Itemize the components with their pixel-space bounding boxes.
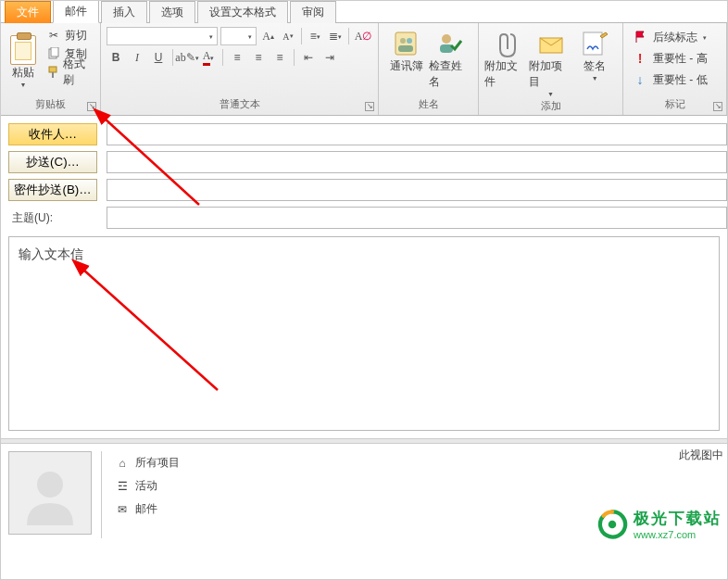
high-importance-label: 重要性 - 高	[653, 51, 708, 67]
activity-tab[interactable]: ☲ 活动	[111, 476, 183, 496]
tab-mail[interactable]: 邮件	[53, 0, 99, 23]
high-importance-icon: !	[633, 51, 647, 66]
align-center-button[interactable]: ≡	[249, 48, 268, 67]
font-color-button[interactable]: A▾	[199, 48, 218, 67]
tab-insert[interactable]: 插入	[101, 1, 147, 23]
to-button[interactable]: 收件人…	[8, 123, 97, 145]
svg-rect-7	[398, 45, 413, 52]
signature-label: 签名	[584, 58, 606, 74]
check-names-button[interactable]: 检查姓名	[429, 27, 473, 95]
group-names: 通讯簿 检查姓名 姓名	[379, 23, 479, 115]
people-pane: ⌂ 所有项目 ☲ 活动 ✉ 邮件 此视图中 极光下载站 www.xz7.com	[1, 444, 727, 546]
chevron-down-icon: ▼	[19, 82, 26, 88]
group-attach: 附加文件 附加项目 ▼ 签名 ▼ 添加	[479, 23, 623, 115]
check-names-icon	[435, 29, 465, 58]
chevron-down-icon: ▼	[592, 75, 598, 82]
chevron-down-icon: ▾	[248, 33, 252, 41]
dialog-launcher-icon[interactable]: ↘	[365, 102, 374, 111]
tab-options[interactable]: 选项	[149, 1, 195, 23]
dialog-launcher-icon[interactable]: ↘	[87, 102, 96, 111]
group-tags-label: 标记↘	[629, 95, 721, 113]
bullets-button[interactable]: ≡▾	[307, 27, 323, 45]
mail-body[interactable]: 输入文本信	[8, 236, 720, 431]
tab-format[interactable]: 设置文本格式	[197, 1, 288, 23]
svg-point-5	[400, 38, 406, 44]
to-input[interactable]	[107, 123, 727, 145]
envelope-icon: ✉	[115, 502, 130, 517]
address-book-button[interactable]: 通讯簿	[384, 27, 429, 95]
svg-rect-2	[49, 67, 56, 72]
watermark-url: www.xz7.com	[634, 529, 722, 540]
paperclip-icon	[492, 29, 521, 58]
low-importance-label: 重要性 - 低	[653, 72, 708, 88]
low-importance-icon: ↓	[633, 72, 647, 87]
underline-button[interactable]: U	[149, 48, 168, 67]
paste-button[interactable]: 粘贴 ▼	[6, 27, 40, 95]
format-painter-label: 格式刷	[63, 57, 92, 88]
align-right-button[interactable]: ≡	[270, 48, 289, 67]
group-attach-label: 添加	[484, 97, 617, 115]
svg-point-6	[407, 38, 412, 44]
signature-button[interactable]: 签名 ▼	[572, 27, 617, 97]
group-names-label: 姓名	[384, 95, 472, 113]
bcc-button[interactable]: 密件抄送(B)…	[8, 179, 97, 201]
cc-input[interactable]	[107, 151, 727, 173]
high-importance-button[interactable]: ! 重要性 - 高	[629, 48, 721, 69]
bcc-input[interactable]	[107, 179, 727, 201]
ribbon: 粘贴 ▼ ✂ 剪切 复制 格式刷	[1, 23, 727, 116]
format-painter-button[interactable]: 格式刷	[44, 64, 94, 81]
low-importance-button[interactable]: ↓ 重要性 - 低	[629, 69, 721, 90]
cc-button[interactable]: 抄送(C)…	[8, 151, 97, 173]
svg-rect-11	[584, 32, 602, 55]
all-items-tab[interactable]: ⌂ 所有项目	[111, 453, 183, 473]
cut-button[interactable]: ✂ 剪切	[44, 27, 94, 44]
activity-icon: ☲	[115, 479, 130, 494]
grow-font-button[interactable]: A▴	[259, 27, 276, 45]
highlight-button[interactable]: ab✎▾	[178, 48, 196, 67]
group-clipboard-label: 剪贴板↘	[6, 95, 94, 113]
followup-button[interactable]: 后续标志 ▾	[629, 27, 721, 47]
recipients-area: 收件人… 抄送(C)… 密件抄送(B)… 主题(U):	[1, 116, 727, 229]
check-names-label: 检查姓名	[429, 58, 473, 90]
outdent-button[interactable]: ⇤	[299, 48, 318, 67]
bold-button[interactable]: B	[107, 48, 125, 67]
tab-file[interactable]: 文件	[5, 1, 51, 23]
home-icon: ⌂	[115, 456, 130, 471]
address-book-label: 通讯簿	[390, 58, 423, 74]
group-font: ▾ ▾ A▴ A▾ ≡▾ ≣▾ A∅ B I U ab✎▾ A▾ ≡ ≡ ≡	[101, 23, 379, 115]
cut-label: 剪切	[65, 28, 87, 44]
clear-format-button[interactable]: A∅	[354, 27, 372, 45]
svg-point-8	[442, 34, 451, 44]
font-size-combo[interactable]: ▾	[220, 27, 257, 45]
attach-file-label: 附加文件	[484, 58, 529, 90]
attach-item-button[interactable]: 附加项目 ▼	[529, 27, 573, 97]
ribbon-tabs: 文件 邮件 插入 选项 设置文本格式 审阅	[1, 1, 727, 23]
tab-review[interactable]: 审阅	[290, 1, 336, 23]
signature-icon	[580, 29, 609, 58]
subject-input[interactable]	[107, 207, 727, 229]
indent-button[interactable]: ⇥	[320, 48, 339, 67]
italic-button[interactable]: I	[128, 48, 146, 67]
address-book-icon	[392, 29, 421, 58]
contact-avatar	[8, 451, 92, 535]
svg-point-14	[37, 472, 63, 498]
attach-file-button[interactable]: 附加文件	[484, 27, 529, 97]
site-watermark: 极光下载站 www.xz7.com	[596, 508, 722, 540]
subject-label: 主题(U):	[8, 210, 97, 226]
chevron-down-icon: ▾	[703, 34, 707, 42]
group-tags: 后续标志 ▾ ! 重要性 - 高 ↓ 重要性 - 低 标记↘	[623, 23, 727, 115]
paste-label: 粘贴	[12, 65, 34, 81]
align-left-button[interactable]: ≡	[228, 48, 246, 67]
font-name-combo[interactable]: ▾	[107, 27, 218, 45]
followup-label: 后续标志	[653, 30, 697, 45]
numbering-button[interactable]: ≣▾	[327, 27, 344, 45]
shrink-font-button[interactable]: A▾	[280, 27, 296, 45]
attach-item-label: 附加项目	[529, 58, 573, 90]
group-clipboard: 粘贴 ▼ ✂ 剪切 复制 格式刷	[1, 23, 101, 115]
svg-rect-3	[52, 72, 54, 78]
mail-tab[interactable]: ✉ 邮件	[111, 499, 183, 519]
people-pane-nav: ⌂ 所有项目 ☲ 活动 ✉ 邮件	[111, 453, 183, 538]
dialog-launcher-icon[interactable]: ↘	[713, 102, 722, 111]
view-caption: 此视图中	[679, 448, 723, 463]
group-font-label: 普通文本↘	[107, 95, 372, 113]
